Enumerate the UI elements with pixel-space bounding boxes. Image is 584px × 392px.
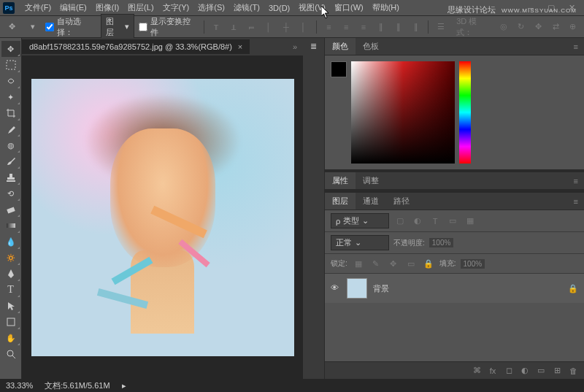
align-top-icon[interactable]: ⫪ xyxy=(210,20,223,34)
align-left-icon[interactable]: │ xyxy=(262,20,275,34)
dist-hcenter-icon[interactable]: ‖ xyxy=(392,20,405,34)
3d-slide-icon[interactable]: ⇄ xyxy=(549,20,562,34)
panel-menu-icon[interactable]: ≡ xyxy=(568,39,584,54)
delete-layer-icon[interactable]: 🗑 xyxy=(568,366,578,375)
wand-tool[interactable]: ✦ xyxy=(1,89,20,105)
3d-pan-icon[interactable]: ✥ xyxy=(531,20,545,34)
hue-slider[interactable] xyxy=(459,61,471,164)
layer-kind-filter[interactable]: ρ类型⌄ xyxy=(331,213,389,228)
foreground-color[interactable] xyxy=(331,61,347,77)
lock-pixels-icon[interactable]: ✎ xyxy=(369,257,383,270)
menu-file[interactable]: 文件(F) xyxy=(20,1,55,15)
color-field[interactable] xyxy=(351,61,455,164)
tab-close-icon[interactable]: × xyxy=(238,42,242,51)
shape-tool[interactable] xyxy=(1,314,20,330)
3d-roll-icon[interactable]: ↻ xyxy=(515,20,528,34)
adjustment-layer-icon[interactable]: ◐ xyxy=(520,366,530,375)
dist-vcenter-icon[interactable]: ≡ xyxy=(339,20,353,34)
dist-top-icon[interactable]: ≡ xyxy=(323,20,336,34)
document-tab[interactable]: d8abf157882315.59e76a9285752.jpg @ 33.3%… xyxy=(22,39,250,54)
tab-swatches[interactable]: 色板 xyxy=(356,38,386,55)
canvas[interactable] xyxy=(22,55,303,379)
dist-bottom-icon[interactable]: ≡ xyxy=(357,20,370,34)
tab-paths[interactable]: 路径 xyxy=(386,193,417,210)
gradient-tool[interactable] xyxy=(1,218,20,234)
move-tool-indicator-icon: ✥ xyxy=(4,19,20,35)
eraser-tool[interactable] xyxy=(1,201,20,218)
menu-help[interactable]: 帮助(H) xyxy=(368,1,404,15)
lock-all-icon[interactable]: 🔒 xyxy=(422,257,435,270)
layer-mask-icon[interactable]: ◻ xyxy=(504,366,514,375)
lock-fill-row: 锁定: ▦ ✎ ✥ ▭ 🔒 填充: 100% xyxy=(325,254,584,274)
collapse-panels-icon[interactable]: » xyxy=(287,39,303,54)
filter-smart-icon[interactable]: ▦ xyxy=(464,215,477,228)
zoom-level[interactable]: 33.33% xyxy=(6,381,33,390)
visibility-icon[interactable]: 👁 xyxy=(331,283,341,293)
move-tool[interactable]: ✥ xyxy=(1,41,20,57)
tab-layers[interactable]: 图层 xyxy=(325,193,356,210)
hand-tool[interactable]: ✋ xyxy=(1,330,20,346)
auto-align-icon[interactable]: ☰ xyxy=(434,20,447,34)
menu-select[interactable]: 选择(S) xyxy=(193,1,229,15)
new-layer-icon[interactable]: ⊞ xyxy=(552,366,562,375)
filter-shape-icon[interactable]: ▭ xyxy=(446,215,459,228)
layer-group-icon[interactable]: ▭ xyxy=(536,366,546,375)
menu-edit[interactable]: 编辑(E) xyxy=(55,1,91,15)
filter-type-icon[interactable]: T xyxy=(429,215,442,228)
auto-select-checkbox[interactable]: 自动选择： xyxy=(45,16,96,38)
filter-adjust-icon[interactable]: ◐ xyxy=(411,215,424,228)
fill-value[interactable]: 100% xyxy=(461,259,485,269)
menu-view[interactable]: 视图(V) xyxy=(294,1,330,15)
layer-fx-icon[interactable]: fx xyxy=(488,366,498,375)
filter-pixel-icon[interactable]: ▢ xyxy=(393,215,407,228)
brush-tool[interactable] xyxy=(1,153,20,169)
3d-orbit-icon[interactable]: ◎ xyxy=(497,20,510,34)
panel-icon[interactable]: ≣ xyxy=(304,38,323,54)
menu-type[interactable]: 文字(Y) xyxy=(158,1,194,15)
type-tool[interactable]: T xyxy=(1,282,20,298)
info-chevron-icon[interactable]: ▸ xyxy=(122,381,126,391)
auto-select-target[interactable]: 图层▾ xyxy=(101,14,134,40)
blur-tool[interactable]: 💧 xyxy=(1,234,20,250)
history-brush-tool[interactable]: ⟲ xyxy=(1,185,20,201)
zoom-tool[interactable] xyxy=(1,346,20,362)
3d-zoom-icon[interactable]: ⊕ xyxy=(566,20,580,34)
align-bottom-icon[interactable]: ⫭ xyxy=(245,20,258,34)
document-info[interactable]: 文档:5.61M/5.61M xyxy=(45,380,110,391)
tab-properties[interactable]: 属性 xyxy=(325,172,356,189)
align-right-icon[interactable]: │ xyxy=(297,20,310,34)
align-hcenter-icon[interactable]: ┼ xyxy=(280,20,293,34)
link-layers-icon[interactable]: ⌘ xyxy=(472,366,482,375)
lock-transparency-icon[interactable]: ▦ xyxy=(352,257,365,270)
tool-preset-dropdown[interactable]: ▾ xyxy=(25,19,41,35)
menu-window[interactable]: 窗口(W) xyxy=(330,1,368,15)
tab-color[interactable]: 颜色 xyxy=(325,38,356,55)
heal-tool[interactable]: ◍ xyxy=(1,137,20,153)
align-vcenter-icon[interactable]: ⫫ xyxy=(227,20,240,34)
panel-menu-icon[interactable]: ≡ xyxy=(568,174,584,188)
menu-3d[interactable]: 3D(D) xyxy=(264,2,294,14)
pen-tool[interactable] xyxy=(1,266,20,282)
show-transform-checkbox[interactable]: 显示变换控件 xyxy=(139,16,198,38)
dodge-tool[interactable]: 🔅 xyxy=(1,250,20,266)
menu-layer[interactable]: 图层(L) xyxy=(123,1,158,15)
panel-menu-icon[interactable]: ≡ xyxy=(568,194,584,209)
path-select-tool[interactable] xyxy=(1,298,20,314)
marquee-tool[interactable] xyxy=(1,57,20,73)
menu-filter[interactable]: 滤镜(T) xyxy=(229,1,264,15)
dist-left-icon[interactable]: ‖ xyxy=(374,20,388,34)
stamp-tool[interactable] xyxy=(1,169,20,185)
dist-right-icon[interactable]: ‖ xyxy=(410,20,423,34)
eyedropper-tool[interactable] xyxy=(1,121,20,137)
crop-tool[interactable] xyxy=(1,105,20,121)
blend-mode-select[interactable]: 正常⌄ xyxy=(331,235,389,250)
tab-channels[interactable]: 通道 xyxy=(356,193,386,210)
opacity-value[interactable]: 100% xyxy=(429,238,454,247)
layer-row-background[interactable]: 👁 背景 🔒 xyxy=(325,274,584,303)
menu-image[interactable]: 图像(I) xyxy=(91,1,123,15)
lock-artboard-icon[interactable]: ▭ xyxy=(404,257,418,270)
tab-adjustments[interactable]: 调整 xyxy=(356,172,386,189)
lasso-tool[interactable] xyxy=(1,73,20,89)
lock-position-icon[interactable]: ✥ xyxy=(387,257,400,270)
layer-thumbnail[interactable] xyxy=(347,278,367,299)
